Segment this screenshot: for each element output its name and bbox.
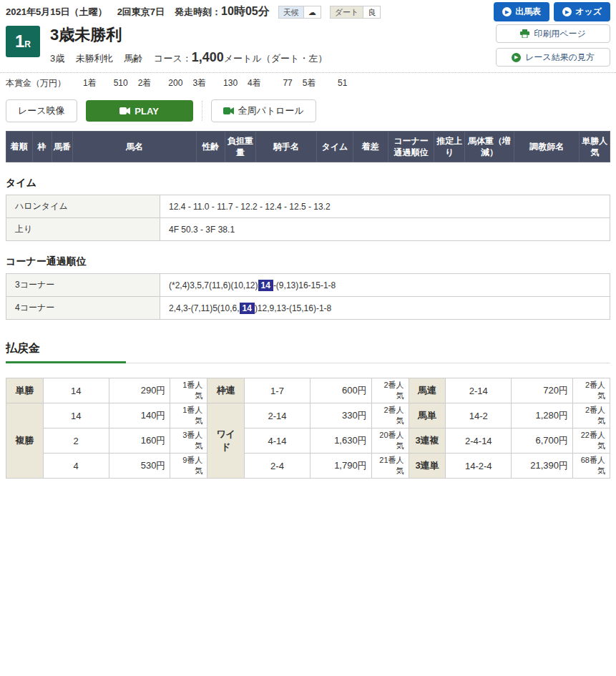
payout-title-text: 払戻金 [6, 342, 40, 354]
payout-amount: 290円 [109, 378, 170, 403]
divider [202, 101, 202, 121]
top-bar: 2021年5月15日（土曜） 2回東京7日 発走時刻： 10時05分 天候 ☁ … [0, 0, 616, 21]
col-load: 負担重量 [225, 132, 256, 162]
race-title: 3歳未勝利 [50, 24, 327, 46]
video-camera-icon [119, 107, 130, 114]
payout-row: 複勝 14 140円 1番人気 ワイド 2-14 330円 2番人気 馬単 14… [6, 403, 610, 428]
entries-button-label: 出馬表 [515, 6, 541, 18]
corner3-row: 3コーナー (*2,4)3,5,7(11,6)(10,12)14-(9,13)1… [6, 274, 610, 297]
prize-item: 2着200 [128, 77, 183, 89]
prize-item: 1着510 [73, 77, 128, 89]
payout-popularity: 2番人気 [573, 403, 610, 428]
corner4-value: 2,4,3-(7,11)5(10,6,14)12,9,13-(15,16)-1-… [160, 297, 610, 320]
payout-row: 単勝 14 290円 1番人気 枠連 1-7 600円 2番人気 馬連 2-14… [6, 378, 610, 403]
play-button[interactable]: PLAY [86, 100, 193, 122]
payout-combination: 4-14 [245, 428, 311, 454]
payout-combination: 4 [43, 454, 109, 479]
payout-amount: 140円 [109, 403, 170, 428]
condition-weight: 馬齢 [124, 53, 142, 64]
payout-type-trifecta: 3連単 [409, 454, 446, 479]
lap-time-label: ハロンタイム [6, 195, 160, 218]
print-page-button[interactable]: 印刷用ページ [496, 24, 610, 43]
prize-place: 2着 [138, 78, 152, 88]
arrow-circle-icon: ▶ [502, 7, 512, 16]
payout-combination: 2-4 [245, 454, 311, 479]
payout-combination: 14-2 [446, 403, 512, 428]
payout-type-quinella: 馬連 [409, 378, 446, 403]
payout-table: 単勝 14 290円 1番人気 枠連 1-7 600円 2番人気 馬連 2-14… [6, 378, 610, 479]
payout-amount: 1,790円 [310, 454, 371, 479]
winner-highlight: 14 [258, 280, 273, 291]
payout-combination: 2-14 [446, 378, 512, 403]
corner4-row: 4コーナー 2,4,3-(7,11)5(10,6,14)12,9,13-(15,… [6, 297, 610, 320]
payout-type-bracket: 枠連 [207, 378, 245, 403]
winner-highlight: 14 [240, 303, 255, 314]
cloud-icon: ☁ [303, 6, 321, 18]
corner4-post: )12,9,13-(15,16)-1-8 [255, 303, 331, 313]
payout-popularity: 22番人気 [573, 428, 610, 454]
payout-popularity: 3番人気 [170, 428, 207, 454]
weather-label: 天候 [279, 6, 303, 18]
payout-popularity: 9番人気 [170, 454, 207, 479]
track-condition-badge: ダート 良 [330, 6, 381, 19]
race-number: 1 [15, 31, 24, 52]
race-number-box: 1 R [6, 26, 40, 57]
col-jockey: 騎手名 [255, 132, 316, 162]
condition-class: 未勝利牝 [76, 53, 113, 64]
corner3-post: -(9,13)16-15-1-8 [273, 280, 336, 290]
weather-badge: 天候 ☁ [278, 6, 321, 19]
payout-amount: 720円 [512, 378, 573, 403]
odds-button[interactable]: ▶ オッズ [554, 2, 610, 21]
condition-age: 3歳 [50, 53, 64, 64]
payout-row: 4 530円 9番人気 2-4 1,790円 21番人気 3連単 14-2-4 … [6, 454, 610, 479]
start-time-value: 10時05分 [221, 4, 270, 19]
payout-type-place: 複勝 [6, 403, 44, 479]
course-suffix: メートル（ダート・左） [224, 53, 328, 64]
col-margin: 着差 [353, 132, 388, 162]
col-body-weight: 馬体重（増減） [465, 132, 514, 162]
payout-popularity: 2番人気 [371, 403, 409, 428]
result-guide-button[interactable]: ▶ レース結果の見方 [496, 48, 610, 67]
race-conditions: 3歳 未勝利牝 馬齢 コース：1,400メートル（ダート・左） [50, 50, 327, 65]
race-header: 1 R 3歳未勝利 3歳 未勝利牝 馬齢 コース：1,400メートル（ダート・左… [0, 21, 616, 73]
payout-popularity: 1番人気 [170, 403, 207, 428]
payout-combination: 14 [43, 403, 109, 428]
prize-place: 3着 [192, 78, 206, 88]
play-label: PLAY [135, 106, 158, 117]
printer-icon [520, 29, 529, 38]
payout-combination: 1-7 [245, 378, 311, 403]
payout-combination: 2-4-14 [446, 428, 512, 454]
corner3-pre: (*2,4)3,5,7(11,6)(10,12) [169, 280, 258, 290]
col-favorite: 単勝人気 [580, 132, 610, 162]
payout-type-exacta: 馬単 [409, 403, 446, 428]
lap-time-table: ハロンタイム 12.4 - 11.0 - 11.7 - 12.2 - 12.4 … [6, 195, 610, 241]
arrow-circle-icon: ▶ [512, 53, 521, 62]
race-results-table: 着順 枠 馬番 馬名 性齢 負担重量 騎手名 タイム 着差 コーナー通過順位 推… [6, 131, 610, 162]
prize-place: 5着 [303, 78, 316, 88]
corner-order-table: 3コーナー (*2,4)3,5,7(11,6)(10,12)14-(9,13)1… [6, 273, 610, 320]
arrow-circle-icon: ▶ [562, 7, 572, 16]
last-furlongs-value: 4F 50.3 - 3F 38.1 [160, 218, 610, 241]
patrol-video-button[interactable]: 全周パトロール [211, 99, 316, 122]
payout-popularity: 1番人気 [170, 378, 207, 403]
entries-button[interactable]: ▶ 出馬表 [494, 2, 549, 21]
payout-amount: 1,630円 [310, 428, 371, 454]
payout-amount: 1,280円 [512, 403, 573, 428]
prize-place: 4着 [248, 78, 261, 88]
col-sex-age: 性齢 [196, 132, 225, 162]
prize-item: 5着51 [293, 77, 348, 89]
video-camera-icon [223, 107, 234, 114]
payout-combination: 2-14 [245, 403, 311, 428]
prize-label: 本賞金（万円） [6, 77, 66, 89]
payout-popularity: 20番人気 [371, 428, 409, 454]
corner4-label: 4コーナー [6, 297, 160, 320]
race-video-button[interactable]: レース映像 [6, 99, 77, 122]
payout-amount: 530円 [109, 454, 170, 479]
payout-popularity: 21番人気 [371, 454, 409, 479]
prize-item: 3着130 [182, 77, 238, 89]
patrol-label: 全周パトロール [238, 104, 304, 117]
video-button-row: レース映像 PLAY 全周パトロール [0, 94, 616, 129]
time-section-title: タイム [6, 177, 610, 190]
payout-combination: 14 [43, 378, 109, 403]
prize-amount: 510 [97, 78, 128, 88]
